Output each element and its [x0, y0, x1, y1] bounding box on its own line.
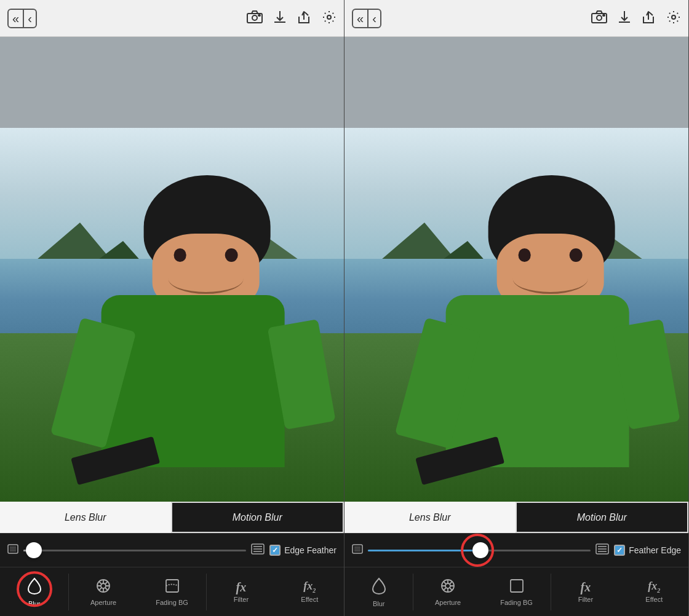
edge-feather-label-right: Feather Edge [629, 545, 681, 555]
svg-rect-11 [603, 15, 605, 16]
nav-effect-right[interactable]: fx2 Effect [620, 567, 688, 616]
slider-container-left: Edge Feather [0, 534, 344, 567]
back-double-left[interactable]: « [9, 10, 23, 27]
blur-type-row-right: Lens Blur Motion Blur [344, 502, 688, 534]
filter-icon-left: fx [236, 581, 247, 593]
nav-effect-left[interactable]: fx2 Effect [276, 567, 344, 616]
blur-type-row-left: Lens Blur Motion Blur [0, 502, 344, 534]
nav-fading-left[interactable]: Fading BG [138, 567, 206, 616]
top-bar-left: « ‹ [0, 0, 344, 37]
svg-point-3 [327, 15, 331, 19]
motion-blur-btn-left[interactable]: Motion Blur [171, 502, 344, 533]
blur-label-left: Blur [28, 600, 41, 607]
fading-label-left: Fading BG [156, 599, 188, 606]
shirt-right [446, 295, 629, 467]
bottom-controls-left: Lens Blur Motion Blur [0, 502, 344, 616]
nav-filter-left[interactable]: fx Filter [207, 567, 275, 616]
bottom-nav-right: Blur Aperture Fad [344, 567, 688, 616]
motion-blur-btn-right[interactable]: Motion Blur [516, 502, 689, 533]
slider-icon-large-left [251, 543, 265, 558]
photo-composite-right [344, 128, 688, 502]
aperture-label-left: Aperture [90, 599, 116, 606]
effect-icon-right: fx2 [648, 580, 660, 594]
share-icon-left[interactable] [297, 10, 311, 26]
top-bar-right: « ‹ [344, 0, 688, 37]
blur-icon-left [26, 577, 42, 598]
top-bar-nav-right: « ‹ [352, 9, 381, 28]
nav-filter-right[interactable]: fx Filter [551, 567, 619, 616]
left-panel: « ‹ [0, 0, 344, 616]
nav-back-box-left[interactable]: « ‹ [7, 9, 37, 28]
boy-figure-left [59, 158, 341, 502]
top-bar-actions-right [591, 10, 681, 27]
filter-icon-right: fx [581, 581, 591, 593]
lens-blur-btn-right[interactable]: Lens Blur [344, 502, 516, 533]
bottom-controls-right: Lens Blur Motion Blur [344, 502, 688, 616]
slider-icon-large-right [595, 543, 609, 558]
edge-feather-label-left: Edge Feather [284, 545, 337, 555]
slider-track-left[interactable] [23, 550, 246, 551]
edge-feather-right: Feather Edge [614, 545, 681, 556]
slider-row-right: Feather Edge [344, 534, 688, 567]
camera-icon-right[interactable] [591, 10, 607, 26]
photo-composite-left [0, 128, 344, 502]
filter-label-right: Filter [578, 596, 593, 603]
edge-feather-checkbox-left[interactable] [269, 545, 281, 556]
edge-feather-checkbox-right[interactable] [614, 545, 625, 556]
slider-track-right[interactable] [368, 550, 591, 551]
filter-label-left: Filter [234, 596, 249, 603]
photo-area-left [0, 128, 344, 502]
bottom-nav-left: Blur Aperture [0, 567, 344, 616]
preview-gray-right [344, 37, 688, 128]
nav-fading-right[interactable]: Fading BG [482, 567, 551, 616]
nav-aperture-right[interactable]: Aperture [413, 567, 482, 616]
svg-rect-17 [511, 580, 523, 592]
share-icon-right[interactable] [642, 10, 655, 26]
aperture-label-right: Aperture [435, 599, 461, 606]
nav-aperture-left[interactable]: Aperture [69, 567, 137, 616]
fading-icon-left [164, 578, 180, 596]
slider-icon-small-right [352, 544, 363, 557]
nav-back-box-right[interactable]: « ‹ [352, 9, 381, 28]
right-panel: « ‹ [344, 0, 689, 616]
aperture-icon-right [440, 578, 456, 596]
top-bar-nav-left: « ‹ [7, 9, 37, 28]
boy-figure-right [404, 158, 685, 502]
edge-feather-left: Edge Feather [269, 545, 337, 556]
blur-icon-right [371, 577, 387, 598]
svg-point-7 [101, 583, 106, 588]
svg-point-1 [252, 15, 257, 20]
slider-row-left: Edge Feather [0, 534, 344, 567]
slider-fill-right [368, 550, 479, 551]
settings-icon-right[interactable] [666, 10, 681, 27]
preview-gray-left [0, 37, 344, 128]
shirt-left [102, 295, 285, 467]
svg-rect-8 [166, 580, 178, 592]
slider-thumb-right[interactable] [472, 542, 488, 558]
svg-point-10 [597, 15, 602, 20]
nav-blur-left[interactable]: Blur [0, 567, 68, 616]
slider-container-right: Feather Edge [344, 534, 688, 567]
download-icon-left[interactable] [274, 10, 286, 27]
photo-area-right [344, 128, 688, 502]
effect-label-left: Effect [301, 596, 318, 603]
effect-label-right: Effect [645, 596, 663, 603]
back-single-left[interactable]: ‹ [23, 10, 36, 27]
aperture-icon-left [95, 578, 111, 596]
fading-label-right: Fading BG [500, 599, 533, 606]
svg-point-12 [672, 15, 675, 19]
fading-icon-right [509, 578, 525, 596]
effect-icon-left: fx2 [303, 580, 316, 594]
settings-icon-left[interactable] [322, 10, 337, 27]
download-icon-right[interactable] [618, 10, 631, 27]
blur-label-right: Blur [373, 600, 385, 607]
slider-thumb-left[interactable] [26, 542, 42, 558]
slider-icon-small-left [7, 544, 18, 557]
back-double-right[interactable]: « [353, 10, 367, 27]
lens-blur-btn-left[interactable]: Lens Blur [0, 502, 171, 533]
nav-blur-right[interactable]: Blur [344, 567, 413, 616]
svg-rect-2 [258, 15, 260, 16]
camera-icon-left[interactable] [247, 10, 263, 26]
svg-point-16 [445, 583, 450, 588]
back-single-right[interactable]: ‹ [367, 10, 380, 27]
